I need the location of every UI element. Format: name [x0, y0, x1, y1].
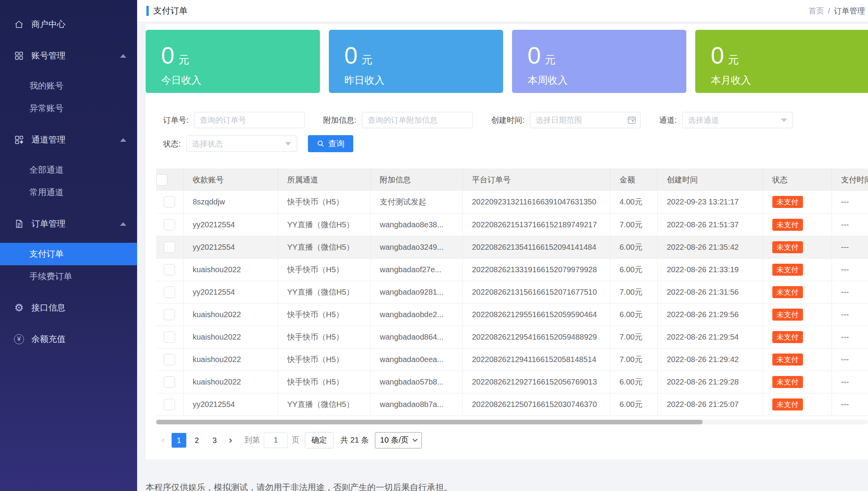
cell-channel: 快手快币（H5）: [278, 303, 370, 326]
order-no-input[interactable]: [194, 112, 305, 128]
chevron-down-icon: [285, 142, 291, 146]
cell-channel: 快手快币（H5）: [278, 191, 370, 213]
row-checkbox[interactable]: [164, 196, 175, 208]
row-checkbox[interactable]: [164, 399, 175, 410]
filter-form: 订单号: 附加信息: 创建时间: 通: [163, 112, 868, 152]
cell-created: 2022-08-26 21:29:54: [657, 326, 763, 348]
status-select[interactable]: 选择状态: [186, 136, 297, 152]
table-row: kuaishou2022 快手快币（H5） wangbadao57b8... 2…: [156, 371, 868, 393]
row-checkbox[interactable]: [164, 331, 175, 343]
extra-info-input[interactable]: [362, 112, 473, 128]
cell-platform-no: 20220826213156166152071677510: [462, 281, 610, 303]
date-range-input[interactable]: [530, 112, 641, 128]
stat-label: 昨日收入: [344, 74, 503, 87]
content-panel: 0元今日收入0元昨日收入0元本周收入0元本月收入 订单号: 附加信息: 创建时间…: [146, 24, 868, 459]
stat-unit: 元: [361, 53, 372, 67]
cell-channel: YY直播（微信H5）: [278, 281, 370, 303]
cell-account: yy20212554: [183, 281, 278, 303]
sidebar-item-abnormal-accounts[interactable]: 异常账号: [0, 97, 137, 120]
confirm-button[interactable]: 确定: [305, 432, 333, 448]
page-button-1[interactable]: 1: [172, 433, 186, 448]
row-checkbox[interactable]: [164, 376, 175, 388]
cell-extra-info: 支付测试发起: [370, 191, 462, 213]
stat-label: 本周收入: [528, 74, 686, 87]
stat-label: 今日收入: [161, 74, 320, 87]
page-button-3[interactable]: 3: [207, 433, 222, 448]
created-time-label: 创建时间:: [491, 115, 524, 125]
scrollbar-thumb[interactable]: [156, 420, 703, 424]
row-checkbox[interactable]: [164, 242, 175, 253]
chevron-down-icon: [781, 118, 787, 122]
sidebar-item-payment-orders[interactable]: 支付订单: [0, 243, 137, 265]
cell-created: 2022-08-26 21:51:37: [657, 213, 763, 236]
main-area: 支付订单 首页/订单管理 0元今日收入0元昨日收入0元本周收入0元本月收入 订单…: [137, 0, 868, 491]
row-checkbox[interactable]: [164, 287, 175, 298]
cell-amount: 7.00元: [610, 213, 657, 236]
sidebar-item-all-channels[interactable]: 全部通道: [0, 159, 137, 181]
stat-value: 0: [528, 41, 541, 69]
sidebar-item-balance-recharge[interactable]: ¥ 余额充值: [0, 328, 137, 350]
status-badge: 未支付: [772, 196, 803, 208]
sidebar-item-order-management[interactable]: 订单管理: [0, 213, 137, 235]
sidebar-item-common-channels[interactable]: 常用通道: [0, 181, 137, 204]
sidebar-item-label: 商户中心: [31, 19, 65, 30]
col-channel: 所属通道: [278, 168, 370, 191]
sidebar-item-label: 订单管理: [31, 218, 65, 230]
cell-account: yy20212554: [183, 393, 278, 415]
page-button-2[interactable]: 2: [189, 433, 204, 448]
col-created: 创建时间: [657, 168, 763, 191]
table-row: yy20212554 YY直播（微信H5） wangbadao8b7a... 2…: [156, 393, 868, 415]
select-all-checkbox[interactable]: [156, 174, 167, 185]
title-accent-bar: [146, 6, 149, 16]
cell-account: yy20212554: [183, 236, 278, 258]
horizontal-scrollbar[interactable]: [156, 420, 868, 424]
cell-amount: 6.00元: [610, 303, 657, 326]
calendar-icon[interactable]: [627, 115, 637, 127]
prev-page-button[interactable]: ‹: [156, 434, 170, 446]
order-table-body: 8szqddjw 快手快币（H5） 支付测试发起 202209231321161…: [156, 191, 868, 415]
query-button[interactable]: 查询: [308, 135, 353, 152]
sidebar-item-merchant-center[interactable]: 商户中心: [0, 13, 137, 36]
stat-card: 0元昨日收入: [329, 30, 503, 93]
status-badge: 未支付: [772, 219, 803, 231]
cell-channel: 快手快币（H5）: [278, 371, 370, 393]
cell-platform-no: 20220826215137166152189749217: [462, 213, 610, 236]
cell-platform-no: 20220826212955166152059590464: [462, 303, 610, 326]
sidebar-item-my-accounts[interactable]: 我的账号: [0, 75, 137, 97]
next-page-button[interactable]: ›: [223, 434, 237, 446]
total-count-label: 共 21 条: [340, 435, 369, 445]
stat-label: 本月收入: [711, 74, 868, 87]
cell-amount: 6.00元: [610, 258, 657, 281]
cell-platform-no: 20220826213319166152079979928: [462, 258, 610, 281]
accounts-grid-icon: [14, 50, 24, 61]
cell-extra-info: wangbadao3249...: [370, 236, 462, 258]
table-row: yy20212554 YY直播（微信H5） wangbadao3249... 2…: [156, 236, 868, 258]
channel-select[interactable]: 选择通道: [682, 112, 793, 128]
cell-extra-info: wangbadao8b7a...: [370, 393, 462, 415]
row-checkbox[interactable]: [164, 264, 175, 275]
breadcrumb-home[interactable]: 首页: [808, 7, 824, 15]
page-title: 支付订单: [146, 5, 187, 17]
sidebar-item-fee-orders[interactable]: 手续费订单: [0, 265, 137, 288]
sidebar-item-account-management[interactable]: 账号管理: [0, 45, 137, 67]
cell-channel: 快手快币（H5）: [278, 326, 370, 348]
row-checkbox[interactable]: [164, 309, 175, 320]
cell-created: 2022-08-26 21:25:07: [657, 393, 763, 415]
sidebar-item-api-info[interactable]: ⚙ 接口信息: [0, 297, 137, 319]
page-size-select[interactable]: 10 条/页: [375, 432, 421, 448]
cell-amount: 6.00元: [610, 393, 657, 415]
table-row: 8szqddjw 快手快币（H5） 支付测试发起 202209231321161…: [156, 191, 868, 213]
row-checkbox[interactable]: [164, 354, 175, 365]
table-row: yy20212554 YY直播（微信H5） wangbadao8e38... 2…: [156, 213, 868, 236]
row-checkbox[interactable]: [164, 219, 175, 230]
cell-extra-info: wangbadao0eea...: [370, 348, 462, 371]
sidebar-item-label: 余额充值: [31, 333, 65, 345]
cell-account: yy20212554: [183, 213, 278, 236]
jump-page-input[interactable]: [264, 433, 288, 448]
cell-extra-info: wangbadaod864...: [370, 326, 462, 348]
cell-pay-time: ---: [832, 213, 868, 236]
table-row: yy20212554 YY直播（微信H5） wangbadao9281... 2…: [156, 281, 868, 303]
topbar: 支付订单 首页/订单管理: [137, 0, 868, 22]
home-icon: [14, 19, 24, 30]
sidebar-item-channel-management[interactable]: 通道管理: [0, 129, 137, 151]
